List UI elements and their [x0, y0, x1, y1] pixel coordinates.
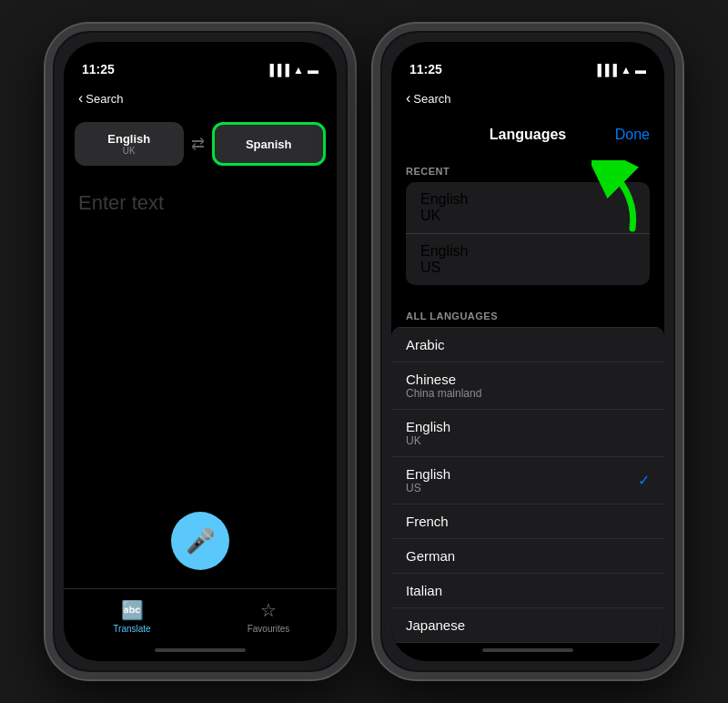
placeholder-text: Enter text: [78, 191, 164, 214]
phone-2-screen: 11:25 ▐▐▐ ▲ ▬ ‹ Search Languages Done: [391, 42, 664, 661]
home-indicator-bar-2: [482, 648, 573, 652]
translate-input-area[interactable]: Enter text: [64, 173, 337, 494]
language-selector: English UK ⇄ Spanish: [64, 115, 337, 173]
nav-bar-2: ‹ Search: [391, 82, 664, 115]
tab-favourites[interactable]: ☆ Favourites: [200, 589, 337, 643]
home-indicator-bar: [155, 648, 246, 652]
lang-name-italian: Italian: [406, 583, 442, 598]
lang-swap-icon[interactable]: ⇄: [191, 134, 205, 154]
home-indicator-2: [391, 643, 664, 661]
lang-name-chinese: Chinese: [406, 372, 481, 387]
done-button[interactable]: Done: [615, 127, 650, 143]
phone-1-frame: 11:25 ▐▐▐ ▲ ▬ ‹ Search English UK: [46, 24, 355, 679]
nav-back-label: Search: [86, 92, 123, 106]
star-icon: ☆: [260, 599, 277, 621]
status-time: 11:25: [82, 62, 115, 76]
battery-icon-2: ▬: [635, 64, 646, 76]
lang-name: English: [420, 243, 635, 260]
lang-english-main: English: [107, 132, 150, 146]
notch: [146, 42, 255, 67]
languages-header: Languages Done: [391, 115, 664, 155]
status-time-2: 11:25: [410, 62, 442, 76]
lang-detail: UK: [420, 208, 635, 224]
nav-bar-1: ‹ Search: [64, 82, 337, 115]
mic-button[interactable]: 🎤: [171, 512, 229, 570]
lang-name: English: [420, 191, 635, 208]
signal-icon: ▐▐▐: [267, 64, 290, 76]
language-list: RECENT English UK English US ALL LANGUAG…: [391, 155, 664, 643]
phone-2-frame: 11:25 ▐▐▐ ▲ ▬ ‹ Search Languages Done: [373, 24, 682, 679]
checkmark-icon: ✓: [638, 472, 650, 489]
lang-name-english-us: English: [406, 466, 450, 482]
lang-detail-english-uk: UK: [406, 434, 450, 447]
lang-item-japanese[interactable]: Japanese: [391, 608, 664, 643]
lang-item-chinese[interactable]: Chinese China mainland: [391, 362, 664, 410]
lang-name-japanese: Japanese: [406, 617, 465, 633]
lang-item-french[interactable]: French: [391, 504, 664, 539]
lang-english-sub: UK: [123, 146, 136, 156]
notch-2: [473, 42, 582, 67]
lang-item-italian[interactable]: Italian: [391, 574, 664, 608]
lang-item-arabic[interactable]: Arabic: [391, 327, 664, 362]
status-icons-2: ▐▐▐ ▲ ▬: [594, 64, 646, 76]
languages-title: Languages: [490, 127, 566, 143]
lang-item-english-uk[interactable]: English UK: [391, 410, 664, 457]
chevron-left-icon: ‹: [78, 91, 83, 106]
nav-back-1[interactable]: ‹ Search: [78, 91, 124, 106]
recent-item-english-uk[interactable]: English UK: [406, 182, 650, 234]
wifi-icon: ▲: [293, 64, 304, 76]
phone-1: 11:25 ▐▐▐ ▲ ▬ ‹ Search English UK: [46, 24, 355, 679]
lang-detail-chinese: China mainland: [406, 387, 481, 400]
recent-section-header: RECENT: [391, 155, 664, 182]
signal-icon-2: ▐▐▐: [594, 64, 618, 76]
lang-name-english-uk: English: [406, 419, 450, 434]
mic-area: 🎤: [64, 494, 337, 588]
recent-item-english-us[interactable]: English US: [406, 234, 650, 285]
home-indicator: [64, 643, 337, 661]
lang-btn-spanish[interactable]: Spanish: [212, 122, 327, 166]
tab-translate-label: Translate: [113, 624, 150, 634]
tab-favourites-label: Favourites: [248, 624, 290, 634]
status-icons: ▐▐▐ ▲ ▬: [267, 64, 318, 76]
lang-name-arabic: Arabic: [406, 337, 445, 352]
phone-2: 11:25 ▐▐▐ ▲ ▬ ‹ Search Languages Done: [373, 24, 682, 679]
lang-item-english-us[interactable]: English US ✓: [391, 457, 664, 504]
nav-back-2[interactable]: ‹ Search: [406, 91, 451, 106]
all-section-header: ALL LANGUAGES: [391, 300, 664, 327]
lang-name-french: French: [406, 514, 449, 529]
lang-detail: US: [420, 260, 635, 276]
recent-group: English UK English US: [406, 182, 650, 285]
bottom-tabs: 🔤 Translate ☆ Favourites: [64, 588, 337, 643]
lang-item-german[interactable]: German: [391, 539, 664, 574]
translate-icon: 🔤: [121, 599, 144, 621]
lang-name-german: German: [406, 548, 455, 564]
tab-translate[interactable]: 🔤 Translate: [64, 589, 200, 643]
lang-btn-english[interactable]: English UK: [75, 122, 184, 166]
lang-detail-english-us: US: [406, 482, 450, 494]
all-languages-group: Arabic Chinese China mainland English UK: [391, 327, 664, 643]
battery-icon: ▬: [308, 64, 318, 76]
lang-spanish-main: Spanish: [246, 138, 292, 151]
wifi-icon-2: ▲: [621, 64, 632, 76]
nav-back-label-2: Search: [413, 92, 450, 106]
chevron-left-icon-2: ‹: [406, 91, 410, 106]
phone-1-screen: 11:25 ▐▐▐ ▲ ▬ ‹ Search English UK: [64, 42, 337, 661]
